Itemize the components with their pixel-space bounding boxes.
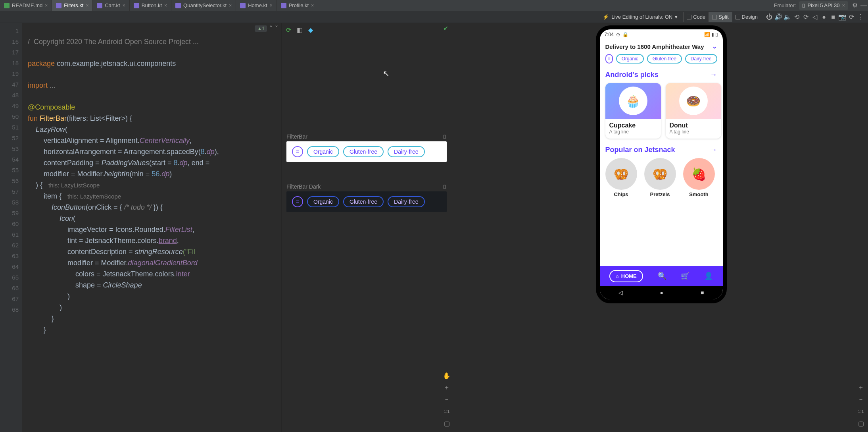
deploy-icon[interactable]: ▯ xyxy=(443,133,446,139)
snack-circle-chips[interactable]: 🥨Chips xyxy=(605,158,637,197)
layout-inspector-icon[interactable]: ◧ xyxy=(295,25,304,34)
status-time: 7:04 xyxy=(605,32,614,37)
editor-inspections: ▲1 ˄ ˅ xyxy=(255,25,278,32)
section-popular[interactable]: Popular on Jetsnack → xyxy=(600,143,723,156)
close-icon[interactable]: × xyxy=(164,3,167,8)
chip-glutenfree[interactable]: Gluten-free xyxy=(343,146,384,157)
zoom-reset[interactable]: 1:1 xyxy=(856,407,866,416)
problems-badge[interactable]: ▲1 xyxy=(255,25,267,32)
file-icon xyxy=(175,3,181,8)
more-icon[interactable]: ⋮ xyxy=(856,13,865,21)
close-icon[interactable]: × xyxy=(270,3,273,8)
delivery-header[interactable]: Delivery to 1600 Amphitheater Way ⌄ xyxy=(600,40,723,54)
snack-circle-pretzels[interactable]: 🥨Pretzels xyxy=(644,158,676,197)
file-icon xyxy=(4,3,10,8)
zoom-reset[interactable]: 1:1 xyxy=(442,407,451,416)
rotate-left-icon[interactable]: ⟲ xyxy=(792,13,801,21)
filter-icon[interactable]: ≡ xyxy=(292,146,303,157)
chip-dairyfree[interactable]: Dairy-free xyxy=(388,196,424,207)
back-icon[interactable]: ◁ xyxy=(618,289,623,296)
section-androids-picks[interactable]: Android's picks → xyxy=(600,68,723,81)
nav-search-icon[interactable]: 🔍 xyxy=(658,272,666,280)
delivery-label: Delivery to 1600 Amphitheater Way xyxy=(605,43,704,50)
close-icon[interactable]: × xyxy=(45,3,48,8)
emulator-pane[interactable]: 7:04 ⊙ 🔒 📶 ▮ ▯ Delivery to 1600 Amphithe… xyxy=(454,23,868,432)
record-icon[interactable]: ⟳ xyxy=(847,13,856,21)
view-mode-split[interactable]: Split xyxy=(709,12,732,22)
prev-problem-icon[interactable]: ˄ xyxy=(269,25,273,32)
close-icon[interactable]: × xyxy=(311,3,314,8)
tab-label: Cart.kt xyxy=(105,2,120,8)
tab-label: README.md xyxy=(12,2,42,8)
phone-screen[interactable]: 7:04 ⊙ 🔒 📶 ▮ ▯ Delivery to 1600 Amphithe… xyxy=(600,29,723,299)
tab-profile[interactable]: Profile.kt× xyxy=(277,0,319,11)
volume-down-icon[interactable]: 🔈 xyxy=(783,13,792,21)
chip-organic[interactable]: Organic xyxy=(307,196,339,207)
rotate-right-icon[interactable]: ⟳ xyxy=(801,13,810,21)
code-text[interactable]: / Copyright 2020 The Android Open Source… xyxy=(22,23,281,432)
overview-icon[interactable]: ■ xyxy=(829,13,837,21)
tab-home[interactable]: Home.kt× xyxy=(236,0,277,11)
back-icon[interactable]: ◁ xyxy=(810,13,819,21)
debug-icon: ⊙ xyxy=(616,32,620,37)
screenshot-icon[interactable]: 📷 xyxy=(838,13,847,21)
phone-icon: ▯ xyxy=(802,2,805,8)
zoom-in-icon[interactable]: ＋ xyxy=(856,383,866,392)
close-icon[interactable]: × xyxy=(842,2,845,8)
nav-profile-icon[interactable]: 👤 xyxy=(704,272,713,280)
tab-button[interactable]: Button.kt× xyxy=(130,0,171,11)
next-problem-icon[interactable]: ˅ xyxy=(275,25,278,32)
chip-dairyfree[interactable]: Dairy-free xyxy=(388,146,424,157)
tab-cart[interactable]: Cart.kt× xyxy=(93,0,129,11)
snack-circle-smoothie[interactable]: 🍓Smooth xyxy=(683,158,715,197)
preview-filterbar-light[interactable]: ≡ Organic Gluten-free Dairy-free xyxy=(286,141,447,162)
app-filterbar[interactable]: ≡ Organic Gluten-free Dairy-free xyxy=(600,54,723,68)
compose-preview-pane[interactable]: ⟳ ◧ ◆ ✔ ↖ FilterBar ▯ ≡ Organic Gluten-f… xyxy=(282,23,454,432)
home-icon[interactable]: ● xyxy=(660,289,663,296)
pan-icon[interactable]: ✋ xyxy=(442,371,451,380)
chip-glutenfree[interactable]: Gluten-free xyxy=(647,54,682,64)
circle-row[interactable]: 🥨Chips 🥨Pretzels 🍓Smooth xyxy=(600,156,723,200)
live-edit-toggle[interactable]: ⚡ Live Editing of Literals: ON ▾ xyxy=(603,14,678,20)
zoom-fit-icon[interactable]: ▢ xyxy=(856,418,866,428)
overview-icon[interactable]: ■ xyxy=(701,289,704,296)
power-icon[interactable]: ⏻ xyxy=(765,13,774,21)
zoom-in-icon[interactable]: ＋ xyxy=(442,383,451,392)
snack-card-donut[interactable]: 🍩 DonutA tag line xyxy=(666,83,721,139)
close-icon[interactable]: × xyxy=(86,3,88,8)
zoom-out-icon[interactable]: － xyxy=(856,395,866,404)
device-picker[interactable]: ▯ Pixel 5 API 30 × xyxy=(799,1,848,10)
arrow-right-icon[interactable]: → xyxy=(710,71,717,79)
home-icon[interactable]: ● xyxy=(820,13,828,21)
volume-up-icon[interactable]: 🔊 xyxy=(774,13,783,21)
deploy-icon[interactable]: ▯ xyxy=(443,183,446,189)
close-icon[interactable]: × xyxy=(123,3,125,8)
tab-readme[interactable]: README.md× xyxy=(0,0,52,11)
chip-dairyfree[interactable]: Dairy-free xyxy=(685,54,717,64)
nav-cart-icon[interactable]: 🛒 xyxy=(681,272,689,280)
snack-card-cupcake[interactable]: 🧁 CupcakeA tag line xyxy=(605,83,661,139)
filter-icon[interactable]: ≡ xyxy=(292,196,303,207)
settings-icon[interactable]: ⚙ xyxy=(851,1,859,10)
nav-home[interactable]: ⌂HOME xyxy=(609,270,643,282)
interactive-icon[interactable]: ◆ xyxy=(306,25,315,34)
device-name: Pixel 5 API 30 xyxy=(807,2,839,8)
chip-glutenfree[interactable]: Gluten-free xyxy=(343,196,384,207)
chip-organic[interactable]: Organic xyxy=(307,146,339,157)
close-icon[interactable]: × xyxy=(229,3,232,8)
code-editor[interactable]: 1161718194748495051525354555657585960616… xyxy=(0,23,282,432)
view-mode-design[interactable]: Design xyxy=(732,12,761,22)
tab-quantity[interactable]: QuantitySelector.kt× xyxy=(171,0,236,11)
cards-row[interactable]: 🧁 CupcakeA tag line 🍩 DonutA tag line xyxy=(600,81,723,143)
zoom-out-icon[interactable]: － xyxy=(442,395,451,404)
chip-organic[interactable]: Organic xyxy=(616,54,644,64)
view-mode-code[interactable]: Code xyxy=(683,12,709,22)
arrow-right-icon[interactable]: → xyxy=(710,146,717,154)
refresh-icon[interactable]: ⟳ xyxy=(284,25,293,34)
tab-filters[interactable]: Filters.kt× xyxy=(52,0,93,11)
zoom-fit-icon[interactable]: ▢ xyxy=(442,418,451,428)
emulator-zoom-controls: ＋ － 1:1 ▢ xyxy=(856,383,866,428)
preview-filterbar-dark[interactable]: ≡ Organic Gluten-free Dairy-free xyxy=(286,191,447,212)
filter-icon[interactable]: ≡ xyxy=(605,54,613,64)
minimize-icon[interactable]: — xyxy=(859,1,868,10)
